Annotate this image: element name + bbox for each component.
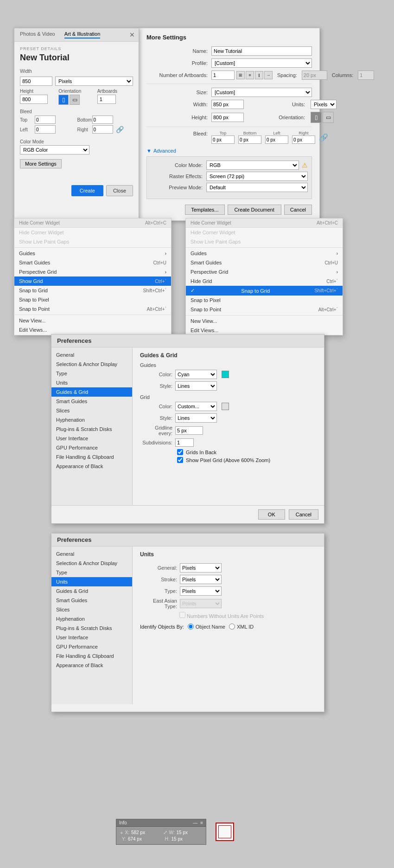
units-sidebar-appearance[interactable]: Appearance of Black	[51, 661, 132, 670]
create-button[interactable]: Create	[71, 185, 103, 196]
units-type-select[interactable]: Pixels	[180, 586, 222, 596]
bleed-bottom-input[interactable]	[92, 116, 113, 124]
sidebar-units[interactable]: Units	[51, 378, 132, 387]
ms-colormode-select[interactable]: RGB	[206, 161, 299, 170]
hide-grid-item[interactable]: Hide Grid Ctrl+`	[186, 276, 343, 286]
grid-right-icon[interactable]: →	[264, 71, 273, 79]
sidebar-guides-grid[interactable]: Guides & Grid	[51, 387, 132, 397]
tab-art[interactable]: Art & Illustration	[64, 31, 101, 39]
units-sidebar-file[interactable]: File Handling & Clipboard	[51, 651, 132, 661]
units-sidebar-gpu[interactable]: GPU Performance	[51, 642, 132, 651]
sidebar-slices[interactable]: Slices	[51, 406, 132, 415]
show-pixel-grid-checkbox[interactable]	[177, 457, 183, 463]
show-grid-item[interactable]: Show Grid Ctrl+`	[14, 276, 171, 286]
units-sidebar-general[interactable]: General	[51, 549, 132, 559]
show-live-paint-item[interactable]: Show Live Paint Gaps	[14, 237, 171, 246]
edit-views-item-left[interactable]: Edit Views...	[14, 325, 171, 334]
bleed-left-input[interactable]	[35, 125, 56, 134]
units-sidebar-selection[interactable]: Selection & Anchor Display	[51, 559, 132, 568]
units-sidebar-slices[interactable]: Slices	[51, 605, 132, 614]
ms-artboards-input[interactable]	[211, 71, 235, 80]
hide-corner-widget-item[interactable]: Hide Corner Widget	[14, 228, 171, 237]
xml-id-radio[interactable]	[229, 624, 235, 630]
units-sidebar-units[interactable]: Units	[51, 577, 132, 586]
guides-color-select[interactable]: Cyan	[175, 370, 217, 379]
grid-2x2-icon[interactable]: ⊞	[236, 71, 245, 79]
sidebar-general[interactable]: General	[51, 350, 132, 360]
templates-button[interactable]: Templates...	[185, 205, 224, 215]
color-mode-select[interactable]: RGB Color	[20, 145, 89, 154]
ms-landscape-icon[interactable]: ▭	[323, 112, 334, 123]
ms-preview-select[interactable]: Default	[206, 183, 308, 192]
units-sidebar-smart[interactable]: Smart Guides	[51, 596, 132, 605]
grid-color-select[interactable]: Custom...	[175, 402, 217, 411]
subdivisions-input[interactable]	[175, 438, 194, 447]
ms-width-input[interactable]	[211, 100, 244, 109]
ms-portrait-icon[interactable]: ▯	[311, 112, 322, 123]
bleed-top-input[interactable]	[35, 116, 56, 124]
snap-to-point-item-r[interactable]: Snap to Point Alt+Ctrl+`	[186, 305, 343, 314]
sidebar-plugins[interactable]: Plug-ins & Scratch Disks	[51, 424, 132, 434]
gridline-input[interactable]	[175, 426, 203, 435]
units-general-select[interactable]: Pixels	[180, 563, 222, 572]
show-live-paint-item-r[interactable]: Show Live Paint Gaps	[186, 237, 343, 246]
info-menu-icon[interactable]: ≡	[200, 820, 203, 825]
advanced-toggle[interactable]: ▼ Advanced	[146, 148, 312, 154]
sidebar-appearance[interactable]: Appearance of Black	[51, 462, 132, 471]
snap-to-pixel-item-left[interactable]: Snap to Pixel	[14, 295, 171, 304]
close-icon[interactable]: ✕	[129, 31, 135, 39]
tab-photos[interactable]: Photos & Video	[20, 31, 55, 39]
units-sidebar-hyph[interactable]: Hyphenation	[51, 614, 132, 624]
sidebar-user-interface[interactable]: User Interface	[51, 434, 132, 443]
portrait-icon[interactable]: ▯	[58, 95, 69, 105]
ms-profile-select[interactable]: [Custom]	[211, 58, 312, 68]
sidebar-file-handling[interactable]: File Handling & Clipboard	[51, 452, 132, 462]
snap-to-point-item-left[interactable]: Snap to Point Alt+Ctrl+`	[14, 304, 171, 314]
sidebar-gpu[interactable]: GPU Performance	[51, 443, 132, 452]
ms-size-select[interactable]: [Custom]	[211, 88, 312, 97]
units-sidebar-plugins[interactable]: Plug-ins & Scratch Disks	[51, 624, 132, 633]
ms-bleed-bottom-input[interactable]	[238, 135, 261, 144]
snap-to-grid-item-right[interactable]: ✓ Snap to Grid Shift+Ctrl+`	[186, 286, 343, 296]
sidebar-smart-guides[interactable]: Smart Guides	[51, 397, 132, 406]
create-document-button[interactable]: Create Document	[228, 205, 281, 215]
units-stroke-select[interactable]: Pixels	[180, 575, 222, 584]
ms-name-input[interactable]	[211, 46, 312, 56]
ms-bleed-left-input[interactable]	[265, 135, 288, 144]
units-sidebar-type[interactable]: Type	[51, 568, 132, 577]
height-input[interactable]	[20, 95, 48, 104]
hide-corner-widget-item-r[interactable]: Hide Corner Widget	[186, 228, 343, 237]
snap-to-grid-item-left[interactable]: Snap to Grid Shift+Ctrl+`	[14, 286, 171, 295]
ms-height-input[interactable]	[211, 113, 244, 122]
sidebar-hyphenation[interactable]: Hyphenation	[51, 415, 132, 424]
edit-views-item-r[interactable]: Edit Views...	[186, 326, 343, 335]
grid-row-icon[interactable]: ≡	[246, 71, 254, 79]
grid-col-icon[interactable]: ⫿	[255, 71, 263, 79]
ms-raster-select[interactable]: Screen (72 ppi)	[206, 172, 308, 181]
ms-bleed-top-input[interactable]	[211, 135, 235, 144]
grid-style-select[interactable]: Lines	[175, 413, 217, 423]
guides-item[interactable]: Guides ›	[14, 249, 171, 258]
smart-guides-item[interactable]: Smart Guides Ctrl+U	[14, 258, 171, 267]
ms-units-select[interactable]: Pixels	[311, 100, 337, 109]
close-button[interactable]: Close	[106, 185, 133, 196]
grids-in-back-checkbox[interactable]	[177, 449, 183, 455]
object-name-radio[interactable]	[188, 624, 194, 630]
sidebar-selection[interactable]: Selection & Anchor Display	[51, 360, 132, 369]
sidebar-type[interactable]: Type	[51, 369, 132, 378]
width-unit-select[interactable]: Pixels	[55, 77, 133, 86]
ms-columns-input[interactable]	[358, 71, 374, 80]
new-view-item-left[interactable]: New View...	[14, 316, 171, 325]
snap-to-pixel-item-r[interactable]: Snap to Pixel	[186, 296, 343, 305]
units-sidebar-ui[interactable]: User Interface	[51, 633, 132, 642]
more-settings-button[interactable]: More Settings	[20, 159, 62, 168]
bleed-right-input[interactable]	[92, 125, 113, 134]
cancel-button[interactable]: Cancel	[284, 205, 312, 215]
ms-bleed-right-input[interactable]	[292, 135, 315, 144]
prefs-cancel-button[interactable]: Cancel	[289, 509, 318, 520]
artboards-input[interactable]	[97, 95, 116, 104]
guides-style-select[interactable]: Lines	[175, 381, 217, 391]
ms-spacing-input[interactable]	[302, 71, 327, 80]
new-view-item-r[interactable]: New View...	[186, 316, 343, 326]
perspective-grid-item-right[interactable]: Perspective Grid ›	[186, 267, 343, 276]
